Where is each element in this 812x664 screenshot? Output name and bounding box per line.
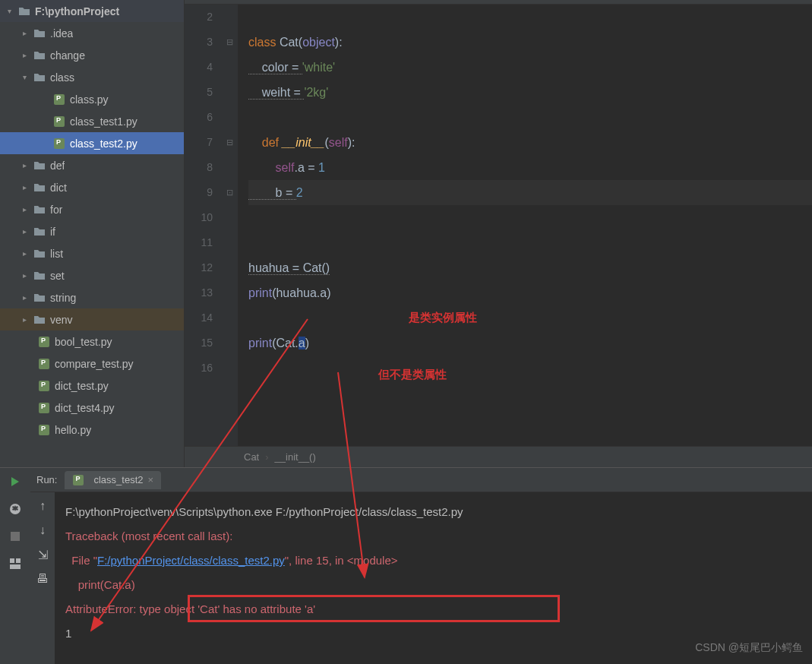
project-tree: ▾ F:\pythonProject ▸.idea ▸change ▾class… <box>0 0 185 467</box>
chevron-right-icon: ▸ <box>23 161 33 169</box>
close-icon[interactable]: × <box>148 474 154 485</box>
tree-item-dict[interactable]: ▸dict <box>0 176 184 198</box>
console-toolbar: ↑ ↓ ⇲ 🖶 <box>30 492 55 664</box>
export-icon[interactable]: ⇲ <box>35 547 50 562</box>
folder-icon <box>33 49 46 62</box>
folder-icon <box>33 270 46 282</box>
folder-icon <box>33 292 46 304</box>
folder-icon <box>33 71 46 84</box>
folder-icon <box>18 5 30 17</box>
run-tool-window: Run: class_test2 × ↑ ↓ ⇲ 🖶 F:\pythonProj… <box>0 467 812 664</box>
stop-button[interactable] <box>8 529 23 544</box>
console-exe-line: F:\pythonProject\venv\Scripts\python.exe… <box>65 500 801 524</box>
breadcrumb-item[interactable]: __init__() <box>269 451 322 463</box>
chevron-right-icon: ▸ <box>23 51 33 59</box>
csdn-watermark: CSDN @短尾巴小鳄鱼 <box>695 641 803 655</box>
run-button[interactable] <box>8 474 23 489</box>
chevron-right-icon: ▸ <box>23 315 33 324</box>
code-editor[interactable]: 2 3 4 5 6 7 8 9 10 11 12 13 14 15 16 ⊟ ⊟ <box>185 0 812 467</box>
run-tab-label: class_test2 <box>93 474 143 485</box>
python-file-icon <box>53 93 65 106</box>
python-file-icon <box>38 336 50 348</box>
layout-icon[interactable] <box>8 556 23 571</box>
chevron-right-icon: ▸ <box>23 293 33 302</box>
tree-item-dict-test4[interactable]: dict_test4.py <box>0 397 184 419</box>
console-traceback-file: File "F:/pythonProject/class/class_test2… <box>65 549 801 573</box>
console-traceback-code: print(Cat.a) <box>65 573 801 597</box>
python-file-icon <box>38 424 50 436</box>
folder-icon <box>33 182 46 194</box>
tree-item-if[interactable]: ▸if <box>0 220 184 242</box>
chevron-right-icon: ▸ <box>23 271 33 280</box>
chevron-right-icon: ▸ <box>23 249 33 258</box>
run-label: Run: <box>36 474 65 485</box>
console-traceback-header: Traceback (most recent call last): <box>65 524 801 549</box>
scroll-down-icon[interactable]: ↓ <box>35 523 50 538</box>
folder-icon <box>33 226 46 238</box>
tree-item-venv[interactable]: ▸venv <box>0 308 184 330</box>
console-output-1: 1 <box>65 621 801 646</box>
tree-root[interactable]: ▾ F:\pythonProject <box>0 0 184 22</box>
breadcrumb-bar[interactable]: Cat › __init__() <box>185 446 812 467</box>
console-attribute-error: AttributeError: type object 'Cat' has no… <box>65 597 801 621</box>
traceback-file-link[interactable]: F:/pythonProject/class/class_test2.py <box>97 554 285 567</box>
tree-item-def[interactable]: ▸def <box>0 154 184 176</box>
svg-rect-1 <box>10 558 14 563</box>
chevron-right-icon: ▸ <box>23 227 33 236</box>
tree-item-compare-test[interactable]: compare_test.py <box>0 353 184 375</box>
python-file-icon <box>53 138 65 150</box>
folder-icon <box>33 314 46 326</box>
folder-icon <box>33 204 46 216</box>
chevron-down-icon: ▾ <box>23 73 33 81</box>
folder-icon <box>33 160 46 172</box>
tree-item-for[interactable]: ▸for <box>0 198 184 220</box>
fold-gutter: ⊟ ⊟ ⊡ <box>226 5 238 446</box>
tree-item-dict-test[interactable]: dict_test.py <box>0 375 184 397</box>
folder-icon <box>33 27 46 40</box>
chevron-down-icon: ▾ <box>8 7 18 15</box>
tree-item-class[interactable]: ▾class <box>0 66 184 88</box>
python-file-icon <box>38 380 50 392</box>
svg-rect-2 <box>16 558 21 563</box>
python-file-icon <box>38 358 50 370</box>
tree-item-set[interactable]: ▸set <box>0 264 184 286</box>
svg-rect-0 <box>11 532 20 541</box>
console-output[interactable]: F:\pythonProject\venv\Scripts\python.exe… <box>55 492 812 664</box>
tree-item-hello[interactable]: hello.py <box>0 419 184 441</box>
chevron-right-icon: ▸ <box>23 183 33 191</box>
python-file-icon <box>38 402 50 414</box>
tree-item-list[interactable]: ▸list <box>0 242 184 264</box>
run-tab[interactable]: class_test2 × <box>65 471 161 489</box>
tree-root-label: F:\pythonProject <box>35 5 119 17</box>
tree-item-idea[interactable]: ▸.idea <box>0 22 184 44</box>
tree-item-bool-test[interactable]: bool_test.py <box>0 330 184 353</box>
chevron-right-icon: ▸ <box>23 205 33 213</box>
breadcrumb-item[interactable]: Cat <box>238 451 265 463</box>
folder-icon <box>33 248 46 260</box>
tree-item-class-test2[interactable]: class_test2.py <box>0 132 184 154</box>
tree-item-string[interactable]: ▸string <box>0 286 184 308</box>
python-file-icon <box>53 115 65 128</box>
svg-rect-3 <box>10 564 21 569</box>
chevron-right-icon: ▸ <box>23 29 33 37</box>
python-file-icon <box>72 474 84 486</box>
tree-item-class-test1[interactable]: class_test1.py <box>0 110 184 132</box>
code-content[interactable]: class Cat(object): color = 'white' weiht… <box>238 5 812 446</box>
line-gutter: 2 3 4 5 6 7 8 9 10 11 12 13 14 15 16 <box>185 5 226 446</box>
run-tab-bar: Run: class_test2 × <box>30 468 812 492</box>
tree-item-class-py[interactable]: class.py <box>0 88 184 110</box>
settings-icon[interactable] <box>8 501 23 517</box>
run-toolbar-vertical <box>0 468 30 664</box>
print-icon[interactable]: 🖶 <box>35 571 50 587</box>
scroll-up-icon[interactable]: ↑ <box>35 498 50 514</box>
tree-item-change[interactable]: ▸change <box>0 44 184 66</box>
